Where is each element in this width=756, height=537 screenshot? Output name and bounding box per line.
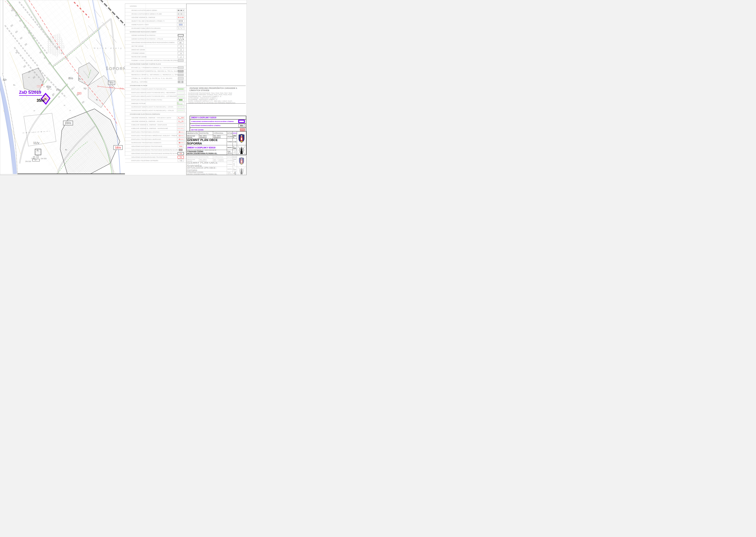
legend-row: DIMENZIE POTRUBÍNTL 150/OCL/00 xyxy=(125,102,186,105)
legend-row-label: EXISTUJÚCI VYSOKOTLAKOVÝ PLYNOVOD (VTL) xyxy=(131,88,166,90)
map-label: 40 xyxy=(28,77,30,78)
map-label: ČOV xyxy=(31,158,34,159)
map-label: 7 xyxy=(88,89,89,91)
legend-row-label: OBČ.VYBAVENOSŤ KOMERČNÁ (b₁– OBCHOD, b₂–… xyxy=(131,70,180,72)
legend-row-label: POZEMKY V EXIST. ZÁSTAVBE URČENÉ NA VÝST… xyxy=(131,60,181,61)
legend-symbol-ts-masonry xyxy=(177,138,185,141)
title-block-original: OBJEDNÁVATEĽ ZHOTOVITEĽ VYPRACOVAL DÁTUM… xyxy=(186,155,246,175)
grade-value: ÚPN-O xyxy=(233,135,237,139)
architect-logo xyxy=(238,167,245,175)
legend-row-label: OZNAČENIE NOVONAVRHOVANEJ TRAFOSTANICE xyxy=(131,156,167,158)
sheet-number-value: 4 xyxy=(233,172,237,175)
public-works-lines: NAVRHOVANÉ TRAFOSTANICE: TS14, TS15, TS1… xyxy=(186,92,246,103)
map-label: TÚ xyxy=(83,87,86,90)
plan-subtitle: AKTUALIZÁCIA ÚPN OBCE - ČISTOPIS xyxy=(187,167,227,172)
format-label: FORMÁT xyxy=(227,139,233,145)
sheet-number-label: Číslo výkresu xyxy=(227,172,233,175)
legend-row-label: ZÁSOBOVANIE PLYNOM xyxy=(130,85,147,86)
drawing-name-line1: NÁVRH VEREJNÉHO TECHNICKÉHO VYBAVENIA ÚZ… xyxy=(187,150,226,152)
scale-value: 1 : 5000 xyxy=(233,167,237,172)
map-label: c₁ xyxy=(13,84,16,86)
legend-symbol-line-green-dash xyxy=(177,106,185,108)
legend-row-label: OZNAČENIE EXISTUJÚCEJ TRAFOSTANICE xyxy=(131,145,162,147)
legend-symbol-hatch-cross xyxy=(177,59,185,62)
plan-title: ÚZEMNÝ PLÁN OBCE ŠOPORŇA xyxy=(187,139,227,145)
map-label: NTL-100/OC/100 xyxy=(42,78,49,86)
client-label: OBJEDNÁVATEĽ xyxy=(187,156,199,159)
maker-value: ING. ARCH. SOPIROVÁ xyxy=(199,135,213,139)
legend-row: EXISTUJÚCA TRAFOSTANICA MREŽOVANÁ, OCELO… xyxy=(125,134,186,138)
map-labels: Horné dielyŠOPORŇA4/rc₁408/ob₂9/o6/o3537… xyxy=(0,0,125,175)
map-label: 5 xyxy=(74,70,75,72)
legend-symbol-boxtext: ../r xyxy=(177,56,185,58)
legend-symbol-tstext: TS13 xyxy=(177,145,185,147)
legend-row-label: EXISTUJÚCA TELEFÓNNA ÚSTREDŇA xyxy=(131,160,158,161)
legend-symbol-arrow-red xyxy=(177,16,185,19)
legend-row: EXISTUJÚCI NÍZKOTLAKOVÝ PLYNOVOD (NTL) –… xyxy=(125,95,186,98)
grade-label: STUPEŇ xyxy=(227,135,233,139)
amendments-row-label: OZNAČENIE NAVRHOVANÉHO ZÁMERU xyxy=(191,125,220,126)
format-value: 12 A4 xyxy=(233,162,237,167)
legend-symbol-ts-kiosk xyxy=(177,142,185,144)
map-label: NTL-100/OC/100 xyxy=(87,69,91,78)
studio-logo xyxy=(237,145,246,155)
map-label: Ⓟ xyxy=(43,95,44,97)
map-label: a₂ xyxy=(44,97,47,100)
legend-row: KÁBELOVÉ VEDENIE EL. ENERGIE – NAVRHOVAN… xyxy=(125,127,186,130)
legend-row-label: ZELEŇ (e₁– CINTORÍN) xyxy=(131,81,148,83)
maker-label: ZHOTOVITEĽ xyxy=(199,131,213,135)
legend-row-label: REKREÁCIA A ŠPORT (c₁– DET.IHRISKO, c₂– … xyxy=(131,74,180,75)
legend-row-label: OZNAČENIE EXISTUJÚCEJ TRAFOSTANICE NAVRH… xyxy=(131,149,183,151)
map-label: 37 xyxy=(43,86,45,87)
amendments-symbol-boxtext-black: 35/o xyxy=(239,124,245,127)
legend-row: ÚZEMIE NAVRHNUTÉ NA ROZVOJ – VÝHLAD xyxy=(125,37,186,41)
amendments-row: VYMEDZENIE NAVRHOVANÉHO ROZVOJOVÉHO ZÁME… xyxy=(190,119,246,124)
legend-row-label: OCHRANNÉ PÁSMA VŠETKÝCH DRUHOV xyxy=(131,27,160,29)
map-label: 31 xyxy=(50,88,52,90)
legend-symbol-rect-thick xyxy=(177,34,185,37)
legend-row: NAVRHOVANÁ TRAFOSTANICA KIOSKOVÁ xyxy=(125,141,186,145)
legend-row-label: EXISTUJÚCA TRAFOSTANICA MREŽOVANÁ, OCELO… xyxy=(131,135,178,137)
legend-row-label: LEGENDA xyxy=(130,5,137,7)
legend-symbol-hatch-cross xyxy=(177,66,185,69)
legend-row-label: OBYTNÉ ÚZEMIE xyxy=(131,45,144,47)
legend-row-label: VZDUŠNÉ VEDENIE EL. ENERGIE – VN 22 kV xyxy=(131,121,163,122)
legend-row: ZMIEŠANÉ ÚZEMIE../z xyxy=(125,48,186,52)
map-label: a₁ xyxy=(65,148,67,151)
public-works-line: ÚZEMIE NAVRHNUTÉ NA OCHRANU AKO PRÍRODNÁ… xyxy=(188,102,246,103)
sheet-number-value: 4 xyxy=(233,150,237,155)
map-label: 28 xyxy=(69,109,71,111)
amendments-row-label: OBYTNÉ ÚZEMIE xyxy=(191,129,204,131)
date-value: 10/2019 xyxy=(233,131,237,135)
date-label: DÁTUM xyxy=(227,156,233,159)
legend-symbol-tstext-dark: TS4 xyxy=(177,152,185,155)
legend-section-header: ZÁSOBOVANIE ELEKTRICKOU ENERGIOU xyxy=(125,112,186,116)
legend-row: VÝROBNÉ ÚZEMIE../v xyxy=(125,52,186,55)
legend-row-label: EXISTUJÚCI NÍZKOTLAKOVÝ PLYNOVOD (NTL) –… xyxy=(131,96,183,97)
legend-row-label: VÝROBNÉ ÚZEMIE xyxy=(131,53,145,54)
legend-section-header: ZÁSOBOVANIE PLYNOM xyxy=(125,84,186,87)
legend-symbol-ts-lattice xyxy=(177,134,185,137)
legend-row: EXISTUJÚCA REGULAČNÁ STANICA PLYNU xyxy=(125,98,186,102)
map-label: 27 xyxy=(75,116,76,117)
legend-symbol-line-green-thick xyxy=(177,88,185,91)
legend-section-header: DOPORUČENÉ FUNKČNÉ VYUŽITIE PLOCH xyxy=(125,62,186,66)
legend-row-label: BÝVANIE ( a₁– V RODINNÝCH DOMOCH, a₂– V … xyxy=(131,67,180,68)
legend-symbol-line-red-dotted xyxy=(177,124,185,126)
legend-row: OZNAČENIE EXISTUJÚCEJ TRAFOSTANICE NAVRH… xyxy=(125,148,186,152)
legend-symbol-hatch-dense xyxy=(177,70,185,72)
legend-row: EXISTUJÚCI NÍZKOTLAKOVÝ PLYNOVOD (NTL) –… xyxy=(125,91,186,95)
amendments-symbol-rect-purple xyxy=(238,120,245,123)
legend-row: VODNÉ PLOCHY A TOKY xyxy=(125,23,186,26)
drawing-name: NÁVRH VEREJNÉHO TECHNICKÉHO VYBAVENIA ÚZ… xyxy=(187,150,227,155)
legend-symbol-dashdot xyxy=(177,13,185,15)
studio-logo xyxy=(237,167,246,175)
legend-row: OZNAČENIE EXISTUJÚCEJ TRAFOSTANICETS13 xyxy=(125,145,186,148)
legend-symbol-ts-cross xyxy=(177,149,185,151)
amendments-row-label: VYMEDZENIE NAVRHOVANÉHO ROZVOJOVÉHO ZÁME… xyxy=(191,121,234,122)
legend-symbol-text-green: NTL 150/OCL/00 xyxy=(177,102,185,105)
legend-symbol-tu: ° TÚ xyxy=(177,159,185,162)
map-label: 9/o xyxy=(108,81,115,85)
legend-row-label: OBJEKTY RD, OBČ.VYBAVENOSTI, VÝROBY, TI xyxy=(131,20,164,22)
legend-row-label: HRANICA KATASTRÁLNEHO ÚZEMIA xyxy=(131,10,157,11)
